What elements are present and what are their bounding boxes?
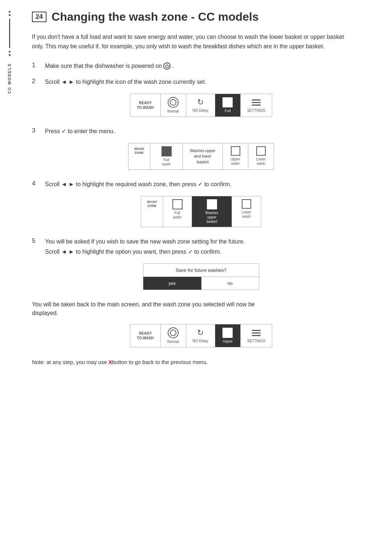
main-content: 24 Changing the wash zone - CC models If…: [19, 0, 392, 556]
ready2-label: READY TO WASH: [137, 331, 154, 340]
wzmenu1-full-label: Fullwash: [162, 158, 171, 167]
wzmenu1-desc-text: Washes upper and lower basket: [190, 148, 216, 165]
sidebar-dot: [9, 54, 11, 56]
normal-label: Normal: [167, 109, 179, 114]
step-5-text2: Scroll ◄ ► to highlight the option you w…: [45, 248, 370, 256]
wzmenu2-upper-cell: Washes upper basket: [192, 196, 232, 227]
display1-normal-cell: Normal: [161, 94, 186, 116]
step-3-number: 3: [32, 127, 39, 134]
save-yes-button[interactable]: yes: [143, 277, 201, 290]
display2-nodelay-cell: ↻ NO Delay: [186, 324, 215, 347]
lines2-icon: [250, 328, 262, 338]
display2-normal-cell: Normal: [161, 324, 186, 347]
step-5-text1: You will be asked if you wish to save th…: [45, 237, 370, 246]
step-4-text: Scroll ◄ ► to highlight the required was…: [45, 180, 370, 189]
step-5: 5 You will be asked if you wish to save …: [32, 237, 370, 256]
lower-square-icon: [256, 146, 266, 156]
display1-settings-cell: SETTINGS: [241, 94, 272, 116]
save-dialog: Save for future washes? yes no: [143, 263, 259, 290]
step-1: 1 Make sure that the dishwasher is power…: [32, 62, 370, 70]
wzmenu1-desc-cell: Washes upper and lower basket: [183, 143, 223, 169]
full-label: Full: [225, 109, 230, 113]
lines-icon: [250, 98, 262, 107]
step-3-text: Press ✓ to enter the menu.: [45, 127, 370, 136]
sidebar: CC MODELS: [0, 0, 19, 556]
display1-full-cell: Full: [215, 94, 241, 116]
step-5-content: You will be asked if you wish to save th…: [45, 237, 370, 256]
wzmenu2-container: WASH ZONE Fullwash Washes upper basket L…: [32, 196, 370, 227]
sidebar-label: CC MODELS: [7, 63, 12, 94]
save-dialog-container: Save for future washes? yes no: [32, 263, 370, 290]
upper2-label: Upper: [223, 339, 233, 344]
nodelay-label: NO Delay: [193, 109, 208, 113]
settings2-label: SETTINGS: [247, 339, 265, 343]
wzmenu1-upper-label: Upperwash: [230, 157, 240, 166]
wzmenu2-full-cell: Fullwash: [163, 196, 192, 227]
display2-upper-cell: Upper: [215, 324, 241, 347]
display1-container: READY TO WASH Normal ↻ NO Delay F: [32, 94, 370, 117]
bottom-section: You will be taken back to the main scree…: [32, 300, 370, 318]
step-5-number: 5: [32, 237, 39, 245]
wz2-header-label: WASH ZONE: [147, 200, 157, 208]
normal2-label: Normal: [167, 340, 179, 344]
page-title-row: 24 Changing the wash zone - CC models: [32, 10, 370, 24]
display1-panel: READY TO WASH Normal ↻ NO Delay F: [130, 94, 272, 117]
upper-square-icon: [231, 146, 240, 156]
sidebar-decoration: [9, 11, 11, 56]
wz-header-label: WASH ZONE: [134, 147, 144, 155]
page-wrapper: CC MODELS 24 Changing the wash zone - CC…: [0, 0, 392, 556]
wzmenu1-panel: WASH ZONE Fullwash Washes upper and lowe…: [128, 143, 274, 170]
wzmenu2-header-cell: WASH ZONE: [141, 196, 163, 227]
step-2: 2 Scroll ◄ ► to highlight the icon of th…: [32, 78, 370, 86]
bottom-text: You will be taken back to the main scree…: [32, 300, 370, 318]
wzmenu1-header-cell: WASH ZONE: [128, 143, 150, 169]
wzmenu2-panel: WASH ZONE Fullwash Washes upper basket L…: [141, 196, 261, 227]
step-3: 3 Press ✓ to enter the menu.: [32, 127, 370, 136]
sidebar-line: [9, 19, 10, 48]
settings-label: SETTINGS: [247, 109, 265, 113]
step-4-number: 4: [32, 180, 39, 187]
display2-ready-cell: READY TO WASH: [130, 324, 160, 347]
wzmenu2-lower-label: Lowerwash: [241, 210, 251, 219]
display2-settings-cell: SETTINGS: [241, 324, 272, 347]
circle-icon: [168, 97, 179, 108]
note-text: Note: at any step, you may use Xbutton t…: [32, 358, 370, 367]
circle-inner-icon: [170, 99, 176, 106]
save-no-button[interactable]: no: [201, 277, 259, 290]
step-1-text: Make sure that the dishwasher is powered…: [45, 62, 370, 70]
page-title: Changing the wash zone - CC models: [52, 10, 259, 24]
square-icon: [222, 97, 233, 107]
sidebar-dot: [9, 14, 11, 16]
sidebar-dot: [9, 51, 11, 53]
nodelay2-label: NO Delay: [193, 339, 208, 343]
display2-container: READY TO WASH Normal ↻ NO Delay U: [32, 324, 370, 347]
power-icon: ⏻: [163, 62, 171, 70]
wzmenu2-upper-desc: Washes upper basket: [205, 211, 219, 224]
step-1-number: 1: [32, 62, 39, 69]
wzmenu1-full-cell: Fullwash: [150, 143, 183, 169]
display1-ready-cell: READY TO WASH: [130, 94, 160, 116]
upper-square2-icon: [222, 328, 233, 338]
step-2-number: 2: [32, 78, 39, 85]
wzmenu1-container: WASH ZONE Fullwash Washes upper and lowe…: [32, 143, 370, 170]
display2-panel: READY TO WASH Normal ↻ NO Delay U: [130, 324, 272, 347]
intro-text: If you don't have a full load and want t…: [32, 32, 351, 51]
page-number: 24: [32, 12, 46, 22]
wzmenu1-lower-cell: Lowerwash: [248, 143, 274, 169]
circle2-icon: [168, 327, 179, 338]
circle-inner2-icon: [170, 330, 176, 336]
x-icon: X: [109, 358, 112, 367]
lower2-square-icon: [242, 199, 251, 209]
wzmenu1-upper-cell: Upperwash: [223, 143, 248, 169]
save-dialog-title: Save for future washes?: [143, 264, 259, 277]
wzmenu2-full-label: Fullwash: [173, 211, 181, 220]
display1-nodelay-cell: ↻ NO Delay: [186, 94, 215, 116]
full2-square-icon: [172, 199, 183, 209]
ready-label: READY TO WASH: [137, 101, 154, 110]
full-square-icon: [162, 146, 172, 156]
refresh-icon: ↻: [197, 98, 204, 107]
sidebar-dot: [9, 11, 11, 13]
step-4: 4 Scroll ◄ ► to highlight the required w…: [32, 180, 370, 189]
save-dialog-buttons: yes no: [143, 277, 259, 290]
wzmenu1-lower-label: Lowerwash: [256, 157, 266, 166]
